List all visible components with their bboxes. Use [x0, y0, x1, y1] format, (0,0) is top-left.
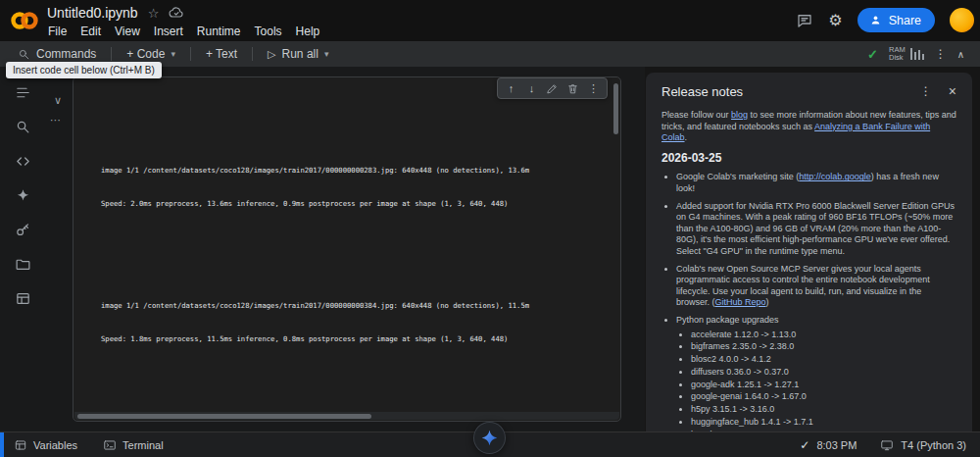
secrets-key-icon[interactable]	[11, 218, 34, 241]
gemini-fab-button[interactable]	[474, 423, 505, 453]
cell-output: image 1/1 /content/datasets/coco128/imag…	[101, 85, 611, 409]
menu-item[interactable]: File	[41, 23, 74, 40]
cell-collapse-chevron-icon[interactable]: ∨	[54, 94, 62, 107]
edit-cell-icon[interactable]	[542, 82, 563, 95]
comments-icon[interactable]	[796, 12, 813, 29]
output-vertical-scrollbar[interactable]	[613, 83, 618, 134]
bullet-gpu-support: Added support for Nvidia RTX Pro 6000 Bl…	[676, 201, 956, 258]
log-speed-line: Speed: 1.8ms preprocess, 11.5ms inferenc…	[101, 333, 611, 345]
gemini-spark-icon	[481, 430, 498, 446]
log-pair: image 1/1 /content/datasets/coco128/imag…	[101, 142, 611, 232]
cell-gutter-ellipsis-icon[interactable]: ⋯	[50, 114, 62, 127]
menu-item[interactable]: Tools	[248, 23, 289, 40]
menu-bar: FileEditViewInsertRuntimeToolsHelp	[41, 23, 326, 40]
share-button[interactable]: Share	[858, 8, 935, 32]
variables-button[interactable]: Variables	[14, 438, 77, 452]
bullet-text: )	[766, 297, 769, 307]
bullet-marketing-site: Google Colab's marketing site (http://co…	[676, 172, 956, 194]
panel-close-icon[interactable]: ×	[949, 83, 956, 99]
cloud-saved-icon	[169, 5, 184, 21]
more-options-icon[interactable]: ⋮	[935, 47, 947, 61]
move-cell-down-icon[interactable]: ↓	[521, 78, 542, 98]
menu-item[interactable]: Help	[289, 23, 327, 40]
insert-code-cell-tooltip: Insert code cell below (Ctrl+M B)	[6, 62, 162, 78]
run-all-label: Run all	[282, 47, 318, 61]
log-pair: image 1/1 /content/datasets/coco128/imag…	[101, 278, 611, 368]
menu-item[interactable]: Edit	[74, 23, 108, 40]
terminal-label: Terminal	[122, 439, 164, 451]
colab-logo[interactable]	[10, 9, 39, 32]
gemini-spark-icon[interactable]	[11, 183, 34, 207]
app-header: Untitled0.ipynb ☆ FileEditViewInsertRunt…	[0, 0, 980, 41]
log-pairs: image 1/1 /content/datasets/coco128/imag…	[101, 108, 611, 409]
share-person-icon	[869, 14, 882, 26]
toolbar-divider	[190, 47, 191, 61]
variables-icon	[14, 438, 27, 452]
notebook-title[interactable]: Untitled0.ipynb	[47, 5, 138, 21]
notebook-title-row: Untitled0.ipynb ☆	[47, 4, 184, 22]
header-actions: ⚙ Share	[796, 8, 974, 32]
package-item: bigframes 2.35.0 -> 2.38.0	[691, 341, 956, 353]
panel-title: Release notes	[662, 84, 743, 99]
last-executed-check-icon: ✓	[800, 438, 809, 452]
statusbar-accent-strip	[0, 432, 4, 457]
colab-google-link[interactable]: http://colab.google	[799, 172, 871, 181]
panel-header: Release notes ⋮ ×	[646, 73, 972, 107]
output-horizontal-scrollbar-track[interactable]	[74, 412, 619, 420]
menu-item[interactable]: Runtime	[190, 23, 248, 40]
intro-text: .	[685, 132, 688, 142]
cell-more-options-icon[interactable]: ⋮	[583, 78, 604, 98]
package-item: diffusers 0.36.0 -> 0.37.0	[691, 367, 956, 379]
commands-label: Commands	[36, 47, 96, 61]
toolbar-divider	[252, 47, 253, 61]
play-icon: ▷	[268, 48, 275, 61]
code-cell[interactable]: image 1/1 /content/datasets/coco128/imag…	[73, 76, 621, 422]
account-avatar[interactable]	[950, 8, 974, 32]
disk-label: Disk	[889, 54, 906, 63]
cell-toolbar: ↑ ↓ ⋮	[497, 77, 608, 99]
table-of-contents-icon[interactable]	[11, 80, 34, 104]
toolbar-divider	[111, 47, 112, 61]
terminal-button[interactable]: Terminal	[103, 438, 164, 452]
package-item: google-adk 1.25.1 -> 1.27.1	[691, 380, 956, 391]
search-icon	[18, 48, 30, 61]
package-item: google-genai 1.64.0 -> 1.67.0	[691, 391, 956, 403]
ram-disk-monitor[interactable]: RAM Disk	[889, 46, 924, 63]
release-notes-list: Google Colab's marketing site (http://co…	[662, 172, 956, 432]
star-icon[interactable]: ☆	[148, 7, 160, 20]
panel-more-options-icon[interactable]: ⋮	[920, 84, 932, 98]
move-cell-up-icon[interactable]: ↑	[501, 78, 521, 98]
table-grid-icon[interactable]	[11, 286, 34, 310]
runtime-type-button[interactable]: T4 (Python 3)	[901, 439, 966, 451]
github-repo-link[interactable]: GitHub Repo	[715, 297, 766, 307]
output-horizontal-scrollbar-thumb[interactable]	[77, 414, 371, 419]
intro-text: Please follow our	[662, 110, 731, 120]
files-folder-icon[interactable]	[11, 252, 34, 276]
run-all-button[interactable]: ▷ Run all ▾	[260, 44, 336, 64]
add-text-button[interactable]: + Text	[198, 44, 245, 64]
menu-item[interactable]: Insert	[147, 23, 190, 40]
status-right: ✓ 8:03 PM T4 (Python 3)	[800, 438, 966, 452]
package-item: huggingface_hub 1.4.1 -> 1.7.1	[691, 417, 956, 429]
panel-body: Please follow our blog to see more infor…	[646, 107, 972, 432]
menu-item[interactable]: View	[108, 23, 147, 40]
left-sidebar	[0, 67, 45, 432]
caret-down-icon: ▾	[324, 49, 329, 59]
commands-button[interactable]: Commands	[10, 44, 104, 64]
log-image-line: image 1/1 /content/datasets/coco128/imag…	[101, 300, 611, 312]
resource-monitor-area: ✓ RAM Disk ⋮ ∧	[867, 46, 970, 63]
find-replace-icon[interactable]	[11, 115, 34, 138]
add-code-button[interactable]: + Code ▾	[119, 44, 183, 64]
blog-link[interactable]: blog	[731, 110, 748, 120]
package-item: accelerate 1.12.0 -> 1.13.0	[691, 330, 956, 341]
panel-header-actions: ⋮ ×	[920, 83, 956, 99]
settings-gear-icon[interactable]: ⚙	[828, 13, 842, 28]
delete-cell-icon[interactable]	[563, 82, 583, 95]
bullet-text: Python package upgrades	[676, 315, 779, 325]
package-item: blosc2 4.0.0 -> 4.1.2	[691, 354, 956, 366]
variables-label: Variables	[33, 439, 77, 451]
intro-paragraph: Please follow our blog to see more infor…	[662, 110, 956, 144]
package-item: h5py 3.15.1 -> 3.16.0	[691, 404, 956, 416]
code-snippets-icon[interactable]	[11, 149, 34, 173]
collapse-header-icon[interactable]: ∧	[957, 49, 964, 60]
